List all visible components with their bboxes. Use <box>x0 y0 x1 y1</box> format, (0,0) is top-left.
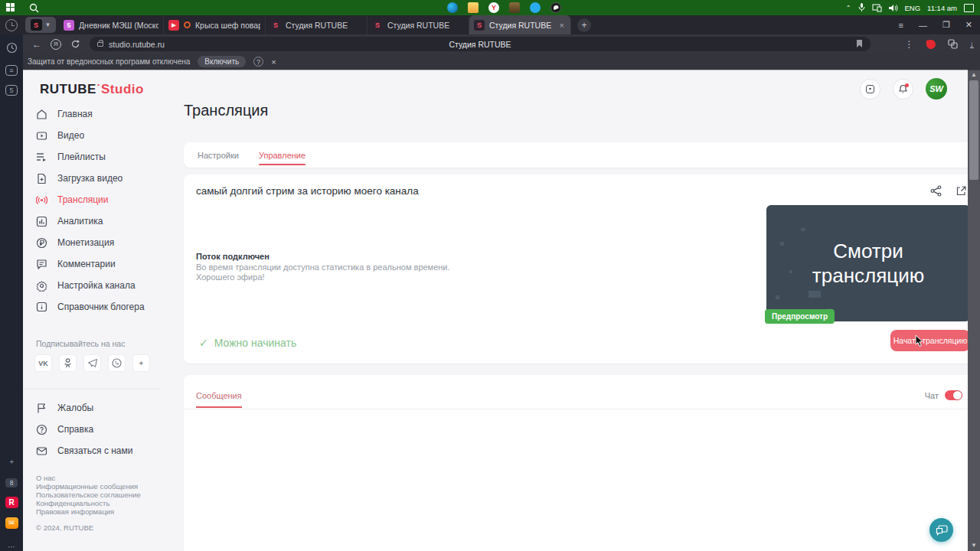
telegram-icon[interactable] <box>83 354 101 372</box>
tab-settings[interactable]: Настройки <box>198 142 239 168</box>
more-options-icon[interactable]: ⋮ <box>905 39 914 50</box>
messages-card: Сообщения Чат <box>184 375 968 551</box>
support-chat-button[interactable] <box>929 518 953 542</box>
browser-tab-bar: S ▼ 5 Дневник МЭШ (Московс ▶ Крыса шеф п… <box>0 15 980 34</box>
tab-messages[interactable]: Сообщения <box>196 391 242 400</box>
chat-toggle[interactable] <box>945 390 962 400</box>
sidebar-item-blogger-guide[interactable]: Справочник блогера <box>23 296 161 318</box>
notes-glyph: ≡ <box>5 65 18 76</box>
browser-tab-studio-active[interactable]: S Студия RUTUBE × <box>469 15 571 34</box>
url-text[interactable]: studio.rutube.ru <box>109 40 165 49</box>
browser-tab-mesh[interactable]: 5 Дневник МЭШ (Московс <box>59 15 164 34</box>
footer-link[interactable]: Информационные сообщения <box>36 482 161 491</box>
volume-icon[interactable] <box>889 4 898 12</box>
browser-tab-studio-1[interactable]: S Студия RUTUBE <box>266 15 368 34</box>
collections-icon[interactable] <box>948 39 958 49</box>
browser-tab-studio-2[interactable]: S Студия RUTUBE <box>368 15 469 34</box>
mail-shortcut-icon[interactable]: ✉ <box>5 516 18 530</box>
close-window-icon[interactable]: ✕ <box>965 20 972 30</box>
download-icon[interactable]: ↓ <box>970 40 975 48</box>
rutube-studio-logo[interactable]: RUTUBE˙Studio <box>40 82 144 97</box>
url-field[interactable]: studio.rutube.ru Студия RUTUBE <box>90 37 871 51</box>
bookmark-flag-icon[interactable] <box>856 39 863 48</box>
panel-more-icon[interactable]: ⋯ <box>5 540 18 551</box>
clock[interactable]: 11:14 am <box>927 4 957 12</box>
microphone-icon[interactable] <box>858 3 865 12</box>
footer-link[interactable]: Конфиденциальность <box>36 499 161 507</box>
ok-icon[interactable] <box>59 354 77 372</box>
stream-status-line: Хорошего эфира! <box>196 272 265 282</box>
share-icon[interactable] <box>930 185 942 197</box>
sidebar-item-video[interactable]: Видео <box>23 125 161 146</box>
footer-link[interactable]: Правовая информация <box>36 507 161 516</box>
counter-panel-icon[interactable]: 5 <box>5 83 18 97</box>
edge-icon[interactable] <box>447 2 458 13</box>
sidebar-item-analytics[interactable]: Аналитика <box>23 210 161 232</box>
stream-preview[interactable]: Смотри трансляцию <box>766 205 968 321</box>
tab-management[interactable]: Управление <box>259 142 305 168</box>
security-warning-bar: Защита от вредоносных программ отключена… <box>23 54 980 70</box>
system-tray: ⌃ ENG 11:14 am <box>846 0 974 15</box>
obs-studio-icon[interactable] <box>550 2 561 13</box>
refresh-icon[interactable] <box>70 39 80 49</box>
footer-link[interactable]: О нас <box>36 474 161 482</box>
yandex-icon[interactable]: Я <box>51 39 61 50</box>
sidebar-item-home[interactable]: Главная <box>23 103 161 125</box>
history-clock-icon[interactable] <box>5 41 18 54</box>
notification-center-icon[interactable] <box>964 4 974 12</box>
sidebar-item-broadcasts[interactable]: Трансляции <box>23 189 161 210</box>
network-icon[interactable] <box>872 4 882 12</box>
close-tab-icon[interactable]: × <box>558 21 566 30</box>
sidebar-item-help[interactable]: Справка <box>23 419 161 440</box>
browser-tab-video[interactable]: ▶ Крыса шеф повар? #к <box>164 15 266 34</box>
studio-favicon: S <box>270 20 281 31</box>
windows-start-icon[interactable] <box>6 3 15 12</box>
windows-taskbar: Y ⌃ ENG 11:14 am <box>0 0 980 15</box>
back-icon[interactable]: ← <box>32 39 41 50</box>
sidebar-item-comments[interactable]: Комментарии <box>23 253 161 275</box>
scroll-down-icon[interactable]: ▼ <box>971 543 977 549</box>
scrollbar-thumb[interactable] <box>969 80 978 180</box>
notes-panel-icon[interactable]: ≡ <box>5 64 18 77</box>
scroll-up-icon[interactable]: ▲ <box>971 72 977 78</box>
badge-8-glyph: 8 <box>5 478 18 487</box>
sidebar-divider <box>23 389 161 390</box>
taskbar-search-icon[interactable] <box>29 3 39 13</box>
vk-icon[interactable]: VK <box>34 354 52 372</box>
page-scrollbar[interactable]: ▲ ▼ <box>968 70 980 551</box>
add-panel-icon[interactable]: ＋ <box>5 455 18 468</box>
sidebar-item-monetization[interactable]: Монетизация <box>23 232 161 253</box>
badge-8-icon[interactable]: 8 <box>5 476 18 490</box>
tray-chevron-icon[interactable]: ⌃ <box>846 5 851 11</box>
sidebar-item-complaints[interactable]: Жалобы <box>23 397 161 419</box>
language-indicator[interactable]: ENG <box>905 4 921 12</box>
sidebar-item-channel-settings[interactable]: Настройка канала <box>23 275 161 296</box>
extension-icon[interactable] <box>926 39 936 50</box>
tab-history-icon[interactable] <box>5 19 18 31</box>
more-socials-icon[interactable]: + <box>132 354 150 372</box>
sidebar-item-upload[interactable]: Загрузка видео <box>23 168 161 189</box>
game-app-icon[interactable] <box>509 2 520 13</box>
tab-group-button[interactable]: S ▼ <box>25 17 56 33</box>
telegram-icon[interactable] <box>530 2 541 13</box>
restore-icon[interactable]: ❐ <box>942 20 950 30</box>
enable-protection-button[interactable]: Включить <box>198 56 246 67</box>
start-broadcast-button[interactable]: Начать трансляцию <box>890 330 968 351</box>
minimize-icon[interactable]: — <box>919 21 927 30</box>
footer-link[interactable]: Пользовательское соглашение <box>36 491 161 499</box>
preview-decoration <box>776 295 779 299</box>
rutube-shortcut-icon[interactable]: R <box>5 495 18 509</box>
yandex-browser-icon[interactable]: Y <box>488 2 499 13</box>
sidebar-item-playlists[interactable]: Плейлисты <box>23 146 161 168</box>
browser-menu-icon[interactable]: ≡ <box>898 21 903 30</box>
sidebar-item-contact[interactable]: Связаться с нами <box>23 440 161 461</box>
page-title: Трансляция <box>184 102 268 119</box>
help-icon[interactable]: ? <box>253 57 263 67</box>
external-link-icon[interactable] <box>956 185 967 197</box>
messenger-icon[interactable] <box>108 354 126 372</box>
file-explorer-icon[interactable] <box>468 2 479 13</box>
close-bar-icon[interactable]: × <box>271 57 276 67</box>
security-warning-text: Защита от вредоносных программ отключена <box>28 57 190 66</box>
video-favicon: ▶ <box>168 20 179 31</box>
new-tab-button[interactable]: + <box>577 18 591 32</box>
